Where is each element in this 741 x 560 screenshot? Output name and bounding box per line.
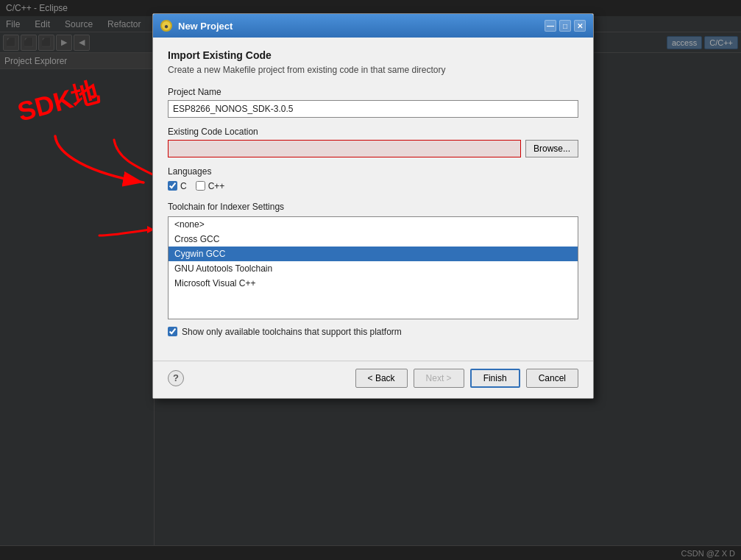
dialog-content: Import Existing Code Create a new Makefi…	[153, 38, 593, 361]
toolchain-msvc[interactable]: Microsoft Visual C++	[169, 276, 578, 291]
help-button[interactable]: ?	[168, 370, 184, 386]
languages-row: C C++	[168, 181, 578, 191]
dialog-restore-button[interactable]: □	[559, 20, 571, 32]
dialog-titlebar-left: ● New Project	[160, 20, 233, 32]
languages-label: Languages	[168, 166, 578, 177]
platform-checkbox-item[interactable]: Show only available toolchains that supp…	[168, 327, 578, 337]
dialog-footer: ? < Back Next > Finish Cancel	[153, 361, 593, 398]
location-input[interactable]	[168, 140, 521, 157]
browse-button[interactable]: Browse...	[525, 140, 578, 157]
platform-checkbox[interactable]	[168, 327, 177, 336]
footer-left: ?	[168, 370, 184, 386]
project-name-label: Project Name	[168, 87, 578, 97]
lang-cpp-checkbox[interactable]	[196, 181, 205, 191]
lang-c-item[interactable]: C	[168, 181, 187, 191]
lang-cpp-label: C++	[208, 181, 225, 191]
dialog-minimize-button[interactable]: —	[545, 20, 556, 32]
lang-c-label: C	[180, 181, 187, 191]
dialog-close-button[interactable]: ✕	[574, 20, 586, 32]
toolchain-cygwin-gcc[interactable]: Cygwin GCC	[169, 247, 578, 261]
location-label: Existing Code Location	[168, 127, 578, 137]
toolchain-list[interactable]: <none> Cross GCC Cygwin GCC GNU Autotool…	[168, 216, 578, 319]
dialog-titlebar-buttons: — □ ✕	[545, 20, 586, 32]
next-button[interactable]: Next >	[414, 369, 464, 388]
project-name-input[interactable]	[168, 100, 578, 118]
dialog-title: New Project	[178, 21, 233, 32]
toolchain-cross-gcc[interactable]: Cross GCC	[169, 232, 578, 247]
lang-cpp-item[interactable]: C++	[196, 181, 225, 191]
dialog-heading: Import Existing Code	[168, 49, 578, 61]
dialog-subheading: Create a new Makefile project from exist…	[168, 64, 578, 77]
new-project-dialog: ● New Project — □ ✕ Import Existing Code…	[152, 13, 594, 399]
toolchain-label: Toolchain for Indexer Settings	[168, 202, 578, 212]
lang-c-checkbox[interactable]	[168, 181, 177, 191]
dialog-icon: ●	[160, 20, 172, 32]
platform-checkbox-label: Show only available toolchains that supp…	[182, 327, 402, 337]
toolchain-none[interactable]: <none>	[169, 217, 578, 232]
toolchain-gnu-autotools[interactable]: GNU Autotools Toolchain	[169, 261, 578, 276]
cancel-button[interactable]: Cancel	[526, 369, 578, 388]
dialog-icon-symbol: ●	[164, 22, 169, 30]
dialog-titlebar: ● New Project — □ ✕	[153, 14, 593, 38]
location-row: Browse...	[168, 140, 578, 157]
finish-button[interactable]: Finish	[470, 369, 520, 388]
back-button[interactable]: < Back	[355, 369, 408, 388]
footer-right: < Back Next > Finish Cancel	[355, 369, 578, 388]
